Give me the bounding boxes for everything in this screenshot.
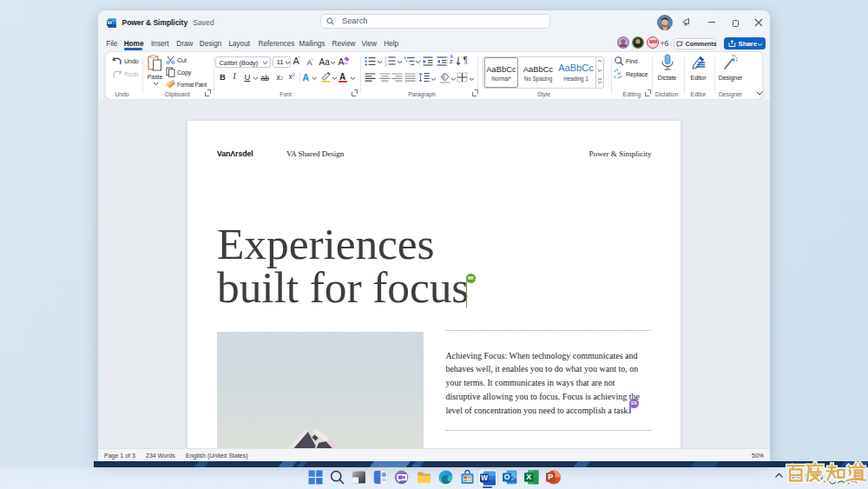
svg-text:W: W <box>481 473 489 482</box>
svg-text:O: O <box>504 472 510 481</box>
svg-text:W: W <box>107 20 112 25</box>
svg-text:3: 3 <box>385 63 387 66</box>
svg-text:X: X <box>526 472 531 481</box>
svg-text:P: P <box>548 472 553 481</box>
svg-text:c: c <box>614 74 616 79</box>
svg-text:a: a <box>618 69 621 75</box>
